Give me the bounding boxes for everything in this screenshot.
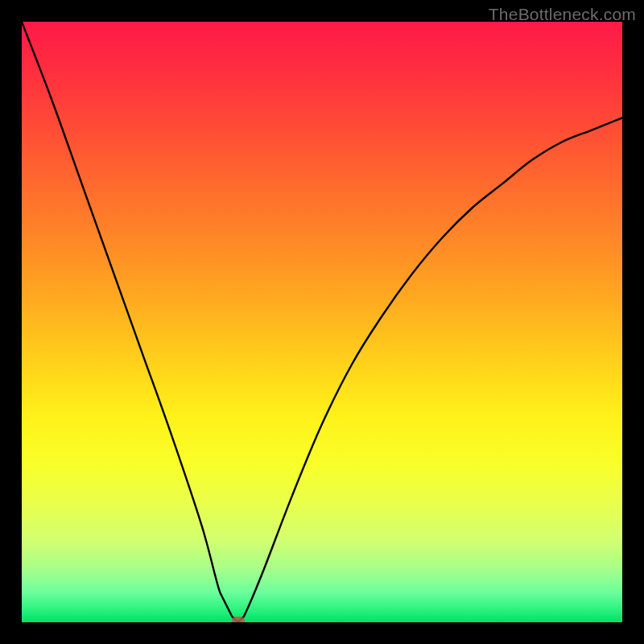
bottleneck-curve bbox=[22, 22, 622, 622]
watermark-text: TheBottleneck.com bbox=[489, 5, 636, 24]
plot-area bbox=[22, 22, 622, 622]
chart-frame: TheBottleneck.com bbox=[0, 0, 644, 644]
min-marker bbox=[232, 617, 245, 622]
